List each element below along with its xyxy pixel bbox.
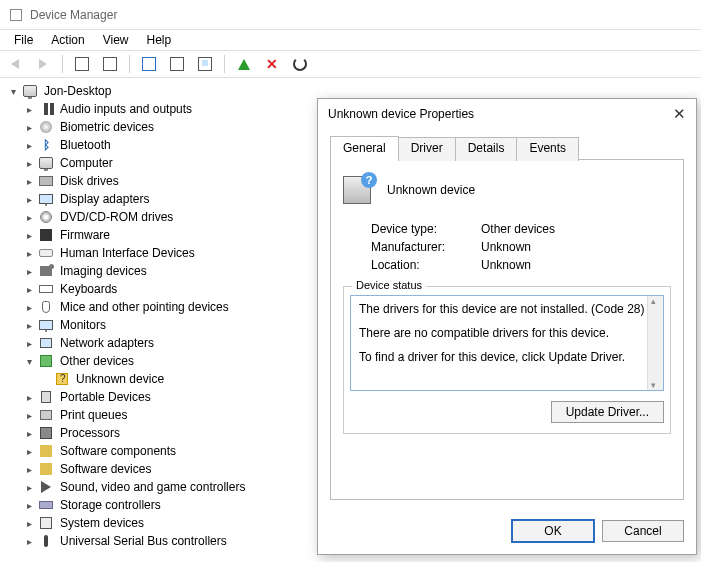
tree-twisty-closed-icon[interactable]: ▸: [22, 534, 36, 548]
tree-twisty-closed-icon[interactable]: ▸: [22, 516, 36, 530]
biometric-icon: [38, 119, 54, 135]
tree-twisty-closed-icon[interactable]: ▸: [22, 336, 36, 350]
tree-label: Unknown device: [74, 371, 166, 387]
tree-label: Bluetooth: [58, 137, 113, 153]
help-icon: [142, 57, 156, 71]
tab-details[interactable]: Details: [455, 137, 518, 161]
tree-twisty-closed-icon[interactable]: ▸: [22, 138, 36, 152]
menu-file[interactable]: File: [6, 31, 41, 49]
tree-label: Portable Devices: [58, 389, 153, 405]
tree-twisty-closed-icon[interactable]: ▸: [22, 462, 36, 476]
sound-icon: [38, 479, 54, 495]
toolbar-separator: [62, 55, 63, 73]
system-icon: [38, 515, 54, 531]
tree-twisty-closed-icon[interactable]: ▸: [22, 264, 36, 278]
tree-twisty-closed-icon[interactable]: ▸: [22, 192, 36, 206]
question-badge-icon: ?: [361, 172, 377, 188]
firmware-icon: [38, 227, 54, 243]
close-icon[interactable]: ✕: [673, 105, 686, 123]
tree-twisty-closed-icon[interactable]: ▸: [22, 498, 36, 512]
keyboard-icon: [38, 281, 54, 297]
menu-bar: File Action View Help: [0, 30, 701, 50]
tree-twisty-open-icon[interactable]: ▾: [6, 84, 20, 98]
tree-label: Universal Serial Bus controllers: [58, 533, 229, 549]
action-icon: [170, 57, 184, 71]
arrow-right-icon: [39, 59, 47, 69]
tree-twisty-closed-icon[interactable]: ▸: [22, 408, 36, 422]
tree-label: Mice and other pointing devices: [58, 299, 231, 315]
properties-dialog: Unknown device Properties ✕ General Driv…: [317, 98, 697, 555]
window-title: Device Manager: [30, 8, 117, 22]
dialog-title: Unknown device Properties: [328, 107, 474, 121]
uninstall-button[interactable]: ✕: [261, 53, 283, 75]
action-button[interactable]: [166, 53, 188, 75]
tree-twisty-closed-icon[interactable]: ▸: [22, 246, 36, 260]
tree-label: Computer: [58, 155, 115, 171]
update-driver-button[interactable]: Update Driver...: [551, 401, 664, 423]
scan-hardware-button[interactable]: [194, 53, 216, 75]
tree-twisty-closed-icon[interactable]: ▸: [22, 444, 36, 458]
monitor-icon: [198, 57, 212, 71]
device-status-group-label: Device status: [352, 279, 426, 291]
tab-driver[interactable]: Driver: [398, 137, 456, 161]
tree-twisty-closed-icon[interactable]: ▸: [22, 228, 36, 242]
dialog-titlebar[interactable]: Unknown device Properties ✕: [318, 99, 696, 129]
tree-twisty-closed-icon[interactable]: ▸: [22, 174, 36, 188]
tree-label: System devices: [58, 515, 146, 531]
tree-twisty-closed-icon[interactable]: ▸: [22, 300, 36, 314]
tree-twisty-closed-icon[interactable]: ▸: [22, 318, 36, 332]
portable-icon: [38, 389, 54, 405]
device-type-label: Device type:: [371, 222, 481, 236]
tree-label: DVD/CD-ROM drives: [58, 209, 175, 225]
disk-icon: [38, 173, 54, 189]
tree-twisty-open-icon[interactable]: ▾: [22, 354, 36, 368]
scrollbar[interactable]: [647, 296, 663, 390]
location-label: Location:: [371, 258, 481, 272]
add-legacy-button[interactable]: [233, 53, 255, 75]
tab-events[interactable]: Events: [516, 137, 579, 161]
tree-label: Display adapters: [58, 191, 151, 207]
device-status-textbox[interactable]: The drivers for this device are not inst…: [350, 295, 664, 391]
tree-twisty-closed-icon[interactable]: ▸: [22, 282, 36, 296]
forward-button[interactable]: [32, 53, 54, 75]
storage-icon: [38, 497, 54, 513]
tree-twisty-closed-icon[interactable]: ▸: [22, 102, 36, 116]
toolbar: ✕: [0, 50, 701, 78]
properties-button[interactable]: [99, 53, 121, 75]
menu-help[interactable]: Help: [139, 31, 180, 49]
tree-label: Software components: [58, 443, 178, 459]
cancel-button[interactable]: Cancel: [602, 520, 684, 542]
toolbar-separator: [224, 55, 225, 73]
menu-action[interactable]: Action: [43, 31, 92, 49]
window-titlebar: Device Manager: [0, 0, 701, 30]
manufacturer-label: Manufacturer:: [371, 240, 481, 254]
ok-button[interactable]: OK: [512, 520, 594, 542]
monitor-icon: [38, 317, 54, 333]
tree-label: Disk drives: [58, 173, 121, 189]
device-type-value: Other devices: [481, 222, 555, 236]
show-hide-tree-button[interactable]: [71, 53, 93, 75]
back-button[interactable]: [4, 53, 26, 75]
tree-twisty-closed-icon[interactable]: ▸: [22, 156, 36, 170]
printer-icon: [38, 407, 54, 423]
tree-label: Keyboards: [58, 281, 119, 297]
add-hardware-icon: [238, 59, 250, 70]
help-button[interactable]: [138, 53, 160, 75]
tree-label: Software devices: [58, 461, 153, 477]
tree-twisty-closed-icon[interactable]: ▸: [22, 426, 36, 440]
toolbar-separator: [129, 55, 130, 73]
tree-twisty-closed-icon[interactable]: ▸: [22, 390, 36, 404]
app-icon: [8, 7, 24, 23]
tab-general[interactable]: General: [330, 136, 399, 160]
tree-label: Sound, video and game controllers: [58, 479, 247, 495]
tree-twisty-closed-icon[interactable]: ▸: [22, 210, 36, 224]
update-driver-toolbar-button[interactable]: [289, 53, 311, 75]
arrow-left-icon: [11, 59, 19, 69]
tree-twisty-closed-icon[interactable]: ▸: [22, 120, 36, 134]
tab-strip: General Driver Details Events: [330, 135, 684, 160]
tree-label: Storage controllers: [58, 497, 163, 513]
status-line: To find a driver for this device, click …: [359, 350, 655, 364]
tree-label: Biometric devices: [58, 119, 156, 135]
tree-twisty-closed-icon[interactable]: ▸: [22, 480, 36, 494]
menu-view[interactable]: View: [95, 31, 137, 49]
